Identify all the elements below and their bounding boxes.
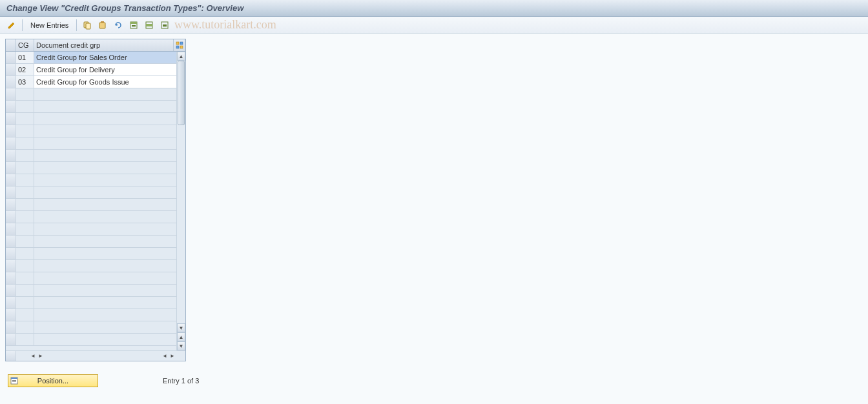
row-selector[interactable] (6, 76, 16, 88)
header-column-desc[interactable]: Document credit grp (34, 39, 174, 51)
cell-cg[interactable]: 02 (16, 64, 34, 76)
cell-cg[interactable] (16, 285, 34, 296)
cell-cg[interactable] (16, 187, 34, 198)
cell-desc[interactable]: Credit Group for Delivery (34, 64, 185, 76)
cell-desc[interactable] (34, 125, 185, 137)
cell-desc[interactable] (34, 272, 185, 284)
cell-desc[interactable]: Credit Group for Goods Issue (34, 76, 185, 88)
cell-desc[interactable] (34, 174, 185, 186)
row-selector[interactable] (6, 101, 16, 112)
cell-cg[interactable] (16, 174, 34, 186)
cell-cg[interactable] (16, 260, 34, 272)
row-selector[interactable] (6, 52, 16, 63)
cell-desc[interactable] (34, 309, 185, 321)
header-column-cg[interactable]: CG (16, 39, 34, 51)
cell-cg[interactable] (16, 125, 34, 137)
scroll-right2-icon[interactable]: ► (169, 352, 176, 360)
row-selector[interactable] (6, 285, 16, 296)
new-entries-button[interactable]: New Entries (26, 20, 72, 30)
table-body: 01Credit Group for Sales Order02Credit G… (6, 52, 185, 350)
cell-desc[interactable] (34, 248, 185, 259)
row-selector[interactable] (6, 248, 16, 259)
row-selector[interactable] (6, 125, 16, 137)
horizontal-scrollbar[interactable]: ◄ ► ◄ ► (6, 350, 185, 361)
svg-rect-14 (176, 42, 179, 45)
cell-desc[interactable] (34, 162, 185, 174)
cell-desc[interactable]: Credit Group for Sales Order (34, 52, 185, 63)
row-selector[interactable] (6, 199, 16, 210)
scroll-thumb[interactable] (178, 61, 185, 125)
row-selector[interactable] (6, 272, 16, 284)
cell-cg[interactable] (16, 88, 34, 100)
cell-cg[interactable] (16, 162, 34, 174)
cell-cg[interactable] (16, 101, 34, 112)
scroll-right-icon[interactable]: ► (37, 352, 45, 360)
row-selector[interactable] (6, 64, 16, 76)
row-selector[interactable] (6, 321, 16, 333)
row-selector[interactable] (6, 113, 16, 125)
cell-cg[interactable] (16, 223, 34, 235)
cell-cg[interactable] (16, 272, 34, 284)
cell-cg[interactable] (16, 248, 34, 259)
header-configure-icon[interactable] (174, 39, 185, 51)
cell-desc[interactable] (34, 334, 185, 345)
cell-desc[interactable] (34, 113, 185, 125)
cell-cg[interactable] (16, 321, 34, 333)
cell-desc[interactable] (34, 321, 185, 333)
row-selector[interactable] (6, 297, 16, 308)
row-selector[interactable] (6, 162, 16, 174)
row-selector[interactable] (6, 309, 16, 321)
row-selector[interactable] (6, 260, 16, 272)
cell-desc[interactable] (34, 137, 185, 149)
cell-desc[interactable] (34, 223, 185, 235)
cell-cg[interactable] (16, 113, 34, 125)
row-selector[interactable] (6, 150, 16, 161)
scroll-left-icon[interactable]: ◄ (29, 352, 37, 360)
cell-cg[interactable] (16, 334, 34, 345)
cell-desc[interactable] (34, 297, 185, 308)
cell-desc[interactable] (34, 211, 185, 223)
row-selector[interactable] (6, 334, 16, 345)
cell-cg[interactable] (16, 211, 34, 223)
row-selector[interactable] (6, 88, 16, 100)
cell-cg[interactable] (16, 199, 34, 210)
row-selector[interactable] (6, 137, 16, 149)
header-select-all[interactable] (6, 39, 16, 51)
scroll-down2-icon[interactable]: ▼ (177, 341, 185, 350)
select-all-icon[interactable] (127, 19, 140, 32)
cell-desc[interactable] (34, 285, 185, 296)
cell-desc[interactable] (34, 88, 185, 100)
cell-desc[interactable] (34, 236, 185, 247)
cell-desc[interactable] (34, 199, 185, 210)
scroll-up-icon[interactable]: ▲ (177, 52, 185, 61)
display-change-toggle-icon[interactable] (5, 19, 18, 32)
cell-cg[interactable] (16, 236, 34, 247)
cell-desc[interactable] (34, 101, 185, 112)
copy-as-icon[interactable] (81, 19, 94, 32)
cell-desc[interactable] (34, 150, 185, 161)
scroll-left2-icon[interactable]: ◄ (161, 352, 169, 360)
cell-desc[interactable] (34, 187, 185, 198)
select-block-icon[interactable] (143, 19, 156, 32)
cell-desc[interactable] (34, 260, 185, 272)
row-selector[interactable] (6, 236, 16, 247)
deselect-all-icon[interactable] (158, 19, 171, 32)
undo-change-icon[interactable] (112, 19, 125, 32)
scroll-up2-icon[interactable]: ▲ (177, 332, 185, 341)
position-button[interactable]: Position... (8, 374, 98, 387)
toolbar-separator (22, 19, 23, 31)
row-selector[interactable] (6, 211, 16, 223)
delete-icon[interactable] (96, 19, 109, 32)
scroll-down-icon[interactable]: ▼ (177, 323, 185, 332)
cell-cg[interactable] (16, 150, 34, 161)
row-selector[interactable] (6, 174, 16, 186)
cell-cg[interactable] (16, 137, 34, 149)
cell-cg[interactable]: 03 (16, 76, 34, 88)
scroll-track[interactable] (177, 61, 185, 323)
vertical-scrollbar[interactable]: ▲ ▼ ▲ ▼ (176, 52, 185, 350)
row-selector[interactable] (6, 223, 16, 235)
row-selector[interactable] (6, 187, 16, 198)
cell-cg[interactable]: 01 (16, 52, 34, 63)
cell-cg[interactable] (16, 309, 34, 321)
cell-cg[interactable] (16, 297, 34, 308)
